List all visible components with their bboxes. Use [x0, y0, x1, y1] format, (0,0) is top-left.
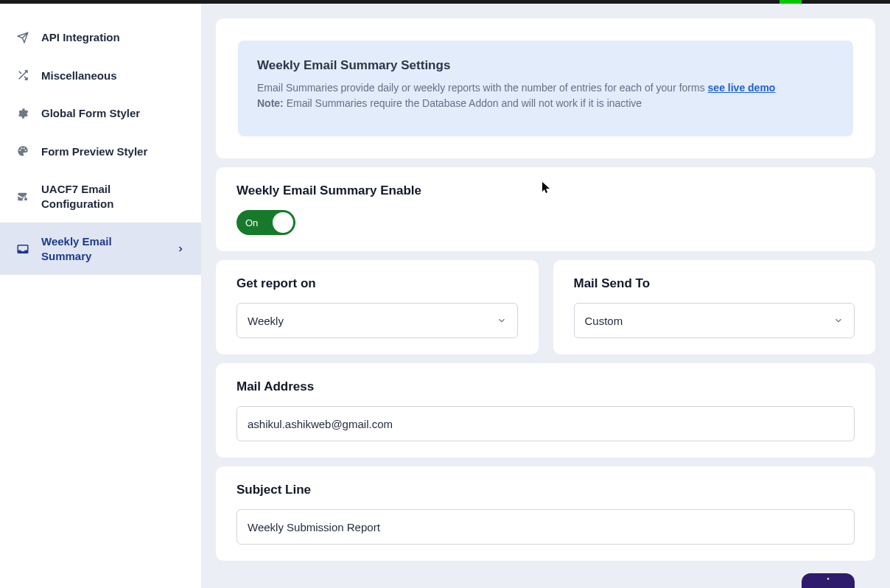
- enable-card: Weekly Email Summary Enable On: [216, 167, 875, 251]
- top-bar: [0, 0, 890, 4]
- svg-point-1: [827, 578, 830, 580]
- toggle-knob: [273, 212, 293, 233]
- main-content: Weekly Email Summary Settings Email Summ…: [201, 4, 890, 588]
- svg-point-0: [24, 197, 27, 200]
- sidebar-item-label: Global Form Styler: [41, 106, 185, 121]
- mail-to-title: Mail Send To: [574, 276, 855, 291]
- mail-address-card: Mail Address: [216, 363, 875, 458]
- sidebar-item-uacf7-email-configuration[interactable]: UACF7 Email Configuration: [0, 170, 201, 223]
- gear-icon: [16, 107, 29, 120]
- sidebar: API Integration Miscellaneous Global For…: [0, 4, 201, 588]
- sidebar-item-label: API Integration: [41, 30, 185, 45]
- chevron-right-icon: [176, 245, 185, 253]
- toggle-state-label: On: [245, 217, 258, 228]
- mail-address-input[interactable]: [236, 406, 855, 441]
- see-live-demo-link[interactable]: see live demo: [708, 82, 776, 94]
- mail-to-card: Mail Send To Custom: [553, 260, 876, 354]
- enable-toggle[interactable]: On: [236, 210, 295, 235]
- paper-plane-icon: [16, 31, 29, 44]
- report-card: Get report on Weekly: [216, 260, 539, 354]
- sidebar-item-label: Weekly Email Summary: [41, 234, 164, 263]
- info-description: Email Summaries provide daily or weekly …: [257, 80, 834, 111]
- report-select[interactable]: Weekly: [236, 303, 518, 338]
- sidebar-item-label: Form Preview Styler: [41, 144, 185, 159]
- sidebar-item-form-preview-styler[interactable]: Form Preview Styler: [0, 133, 201, 171]
- chevron-down-icon: [497, 315, 507, 326]
- info-desc-text: Email Summaries provide daily or weekly …: [257, 82, 708, 94]
- chevron-down-icon: [833, 315, 844, 326]
- report-title: Get report on: [236, 276, 518, 291]
- info-banner: Weekly Email Summary Settings Email Summ…: [238, 41, 853, 136]
- subject-title: Subject Line: [236, 483, 855, 497]
- info-title: Weekly Email Summary Settings: [257, 58, 834, 73]
- info-note-text: Email Summaries require the Database Add…: [284, 97, 642, 109]
- sidebar-item-global-form-styler[interactable]: Global Form Styler: [0, 94, 201, 133]
- mail-address-title: Mail Address: [236, 379, 855, 394]
- envelope-gear-icon: [16, 190, 29, 203]
- sidebar-item-label: Miscellaneous: [41, 69, 185, 83]
- mail-to-select-value: Custom: [585, 315, 623, 327]
- shuffle-icon: [16, 69, 29, 82]
- sidebar-item-miscellaneous[interactable]: Miscellaneous: [0, 57, 201, 95]
- floating-action-button[interactable]: [802, 573, 855, 588]
- mail-to-select[interactable]: Custom: [574, 303, 855, 338]
- palette-icon: [16, 144, 29, 158]
- subject-input[interactable]: [236, 509, 855, 545]
- inbox-icon: [16, 242, 29, 256]
- report-select-value: Weekly: [248, 315, 284, 327]
- topbar-accent: [779, 0, 802, 4]
- info-note-label: Note:: [257, 97, 284, 109]
- sidebar-item-label: UACF7 Email Configuration: [41, 182, 185, 211]
- sidebar-item-api-integration[interactable]: API Integration: [0, 18, 201, 57]
- subject-card: Subject Line: [216, 466, 875, 561]
- sidebar-item-weekly-email-summary[interactable]: Weekly Email Summary: [0, 223, 201, 275]
- enable-title: Weekly Email Summary Enable: [236, 183, 855, 198]
- info-panel: Weekly Email Summary Settings Email Summ…: [216, 18, 875, 158]
